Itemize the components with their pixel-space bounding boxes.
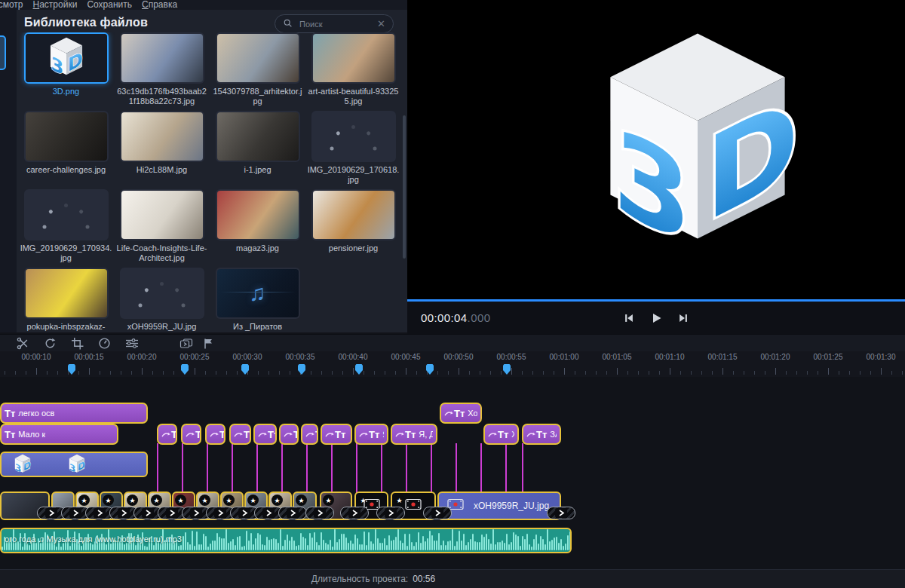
menu-item[interactable]: осмотр (0, 0, 23, 10)
title-icon: Тт (369, 430, 379, 439)
library-item-thumb[interactable] (216, 189, 300, 240)
library-item[interactable]: i-1.jpeg (210, 111, 305, 189)
menu-item[interactable]: Сохранить (87, 0, 132, 10)
ruler-tick (765, 371, 765, 375)
title-clip[interactable]: Тт (181, 424, 201, 445)
ruler-label: 00:00:15 (75, 353, 104, 361)
timeline-marker-pin[interactable] (68, 364, 75, 375)
library-item[interactable]: xOH9959R_JU.jpg (114, 268, 210, 332)
title-animation-arrow-icon (526, 427, 535, 441)
library-item[interactable]: 1543079788_arhitektor.jpg (210, 32, 305, 111)
library-item[interactable]: career-challenges.jpg (18, 111, 114, 189)
timeline-marker-pin[interactable] (503, 364, 511, 375)
ruler-tick (480, 371, 480, 375)
menu-item[interactable]: Настройки (33, 0, 78, 10)
ruler-tick (374, 371, 375, 375)
library-item-thumb[interactable] (120, 111, 204, 162)
timeline-ruler[interactable]: 00:00:0500:00:1000:00:1500:00:2000:00:25… (0, 351, 905, 377)
transition-ribbon[interactable] (547, 507, 575, 519)
title-icon: Тт (244, 430, 251, 439)
library-item[interactable]: 63c19db176fb493baab21f18b8a22c73.jpg (114, 32, 210, 111)
library-item-thumb[interactable] (216, 111, 300, 162)
video-clip[interactable]: xOH9959R_JU.jpg (437, 492, 561, 520)
library-item-thumb[interactable]: 3 D (24, 32, 109, 84)
star-badge: ★ (199, 495, 210, 506)
connector-line (306, 443, 308, 493)
library-item[interactable]: Life-Coach-Insights-Life-Architect.jpg (114, 189, 210, 268)
title-clip[interactable]: Тт (157, 424, 177, 445)
title-clip[interactable]: ТтХотит (440, 403, 482, 424)
library-item[interactable]: pokupka-inbspzakaz- (18, 268, 114, 332)
loading-spinner (149, 280, 176, 307)
timeline-marker-pin[interactable] (355, 364, 363, 375)
ruler-tick (490, 371, 491, 375)
library-item-thumb[interactable] (311, 189, 396, 240)
library-scrollbar[interactable] (403, 115, 406, 259)
ruler-tick (627, 371, 628, 375)
title-clip[interactable]: Ттлегко осв (0, 403, 148, 424)
library-item-thumb[interactable] (311, 111, 396, 162)
ruler-tick (606, 371, 607, 375)
clear-search-icon[interactable]: ✕ (377, 19, 385, 29)
timeline-marker-pin[interactable] (181, 364, 189, 375)
title-clip[interactable]: ТтХоть (483, 424, 519, 445)
library-item[interactable]: IMG_20190629_170618.jpg (305, 111, 401, 189)
library-item-thumb[interactable] (120, 268, 204, 319)
library-item[interactable]: ♫Из _Пиратов (210, 268, 305, 332)
library-item[interactable]: IMG_20190629_170934.jpg (18, 189, 114, 268)
rotate-icon[interactable] (44, 337, 57, 350)
ruler-tick (754, 371, 755, 375)
play-button[interactable] (649, 311, 664, 325)
ruler-tick (733, 371, 734, 375)
library-item-thumb[interactable] (216, 32, 300, 84)
library-item-thumb[interactable] (120, 189, 204, 240)
transition-ribbon[interactable] (278, 507, 307, 519)
flag-icon[interactable] (202, 337, 215, 350)
speed-icon[interactable] (98, 337, 111, 350)
ruler-tick (680, 371, 681, 375)
transition-ribbon[interactable] (376, 507, 405, 519)
sidebar-tab-media[interactable] (0, 35, 6, 70)
title-clip[interactable]: Тт (205, 424, 225, 445)
library-item-label: 3D.png (53, 87, 79, 96)
library-item-thumb[interactable] (24, 189, 109, 240)
title-clip[interactable]: ТтМало к (0, 424, 118, 445)
transition-ribbon[interactable] (340, 507, 369, 519)
title-clip[interactable]: ТтЯ, Дмит (391, 424, 437, 445)
title-clip[interactable]: ТтСМ (321, 424, 352, 445)
library-item-thumb[interactable] (120, 32, 204, 84)
transition-ribbon[interactable] (305, 507, 334, 519)
title-clip[interactable]: Тт (279, 424, 299, 445)
cut-icon[interactable] (17, 337, 29, 350)
title-clip[interactable]: ТтЗАПИ (522, 424, 561, 445)
library-item[interactable]: Hi2cL88M.jpg (114, 111, 210, 189)
ruler-tick (237, 371, 238, 375)
transition-ribbon[interactable] (423, 507, 452, 519)
cube-thumbnail-small: 3 D (6, 453, 39, 477)
title-clip[interactable]: ТтП (229, 424, 251, 445)
ruler-tick (290, 371, 290, 375)
title-clip[interactable]: ТтС (253, 424, 277, 445)
title-clip[interactable]: ТтЯ зн (354, 424, 388, 445)
library-item[interactable]: magaz3.jpg (210, 189, 305, 268)
library-item-thumb[interactable] (24, 111, 109, 162)
library-item-thumb[interactable] (24, 268, 109, 319)
library-item[interactable]: 3 D 3D.png (18, 32, 114, 111)
menu-item[interactable]: Справка (142, 0, 177, 10)
transition-icon[interactable] (179, 337, 192, 350)
library-item[interactable]: pensioner.jpg (305, 189, 401, 268)
crop-icon[interactable] (71, 337, 84, 350)
audio-clip[interactable]: ого года ♫ Музыка для (www.hotplayer.ru)… (0, 528, 572, 553)
next-frame-button[interactable] (676, 311, 691, 325)
adjust-icon[interactable] (125, 337, 138, 350)
library-item-thumb[interactable]: ♫ (216, 268, 300, 319)
overlay-video-clip[interactable]: 3 D 3 D (0, 452, 148, 477)
title-clip-label: Хоть (511, 430, 514, 439)
title-clip[interactable]: Тт (301, 424, 318, 445)
search-box[interactable]: Поиск ✕ (275, 14, 394, 33)
prev-frame-button[interactable] (621, 311, 637, 325)
library-item-thumb[interactable] (311, 32, 396, 84)
ruler-label: 00:00:25 (180, 353, 210, 361)
library-item[interactable]: art-artist-beautiful-933255.jpg (305, 32, 401, 111)
timeline-marker-pin[interactable] (298, 364, 305, 375)
